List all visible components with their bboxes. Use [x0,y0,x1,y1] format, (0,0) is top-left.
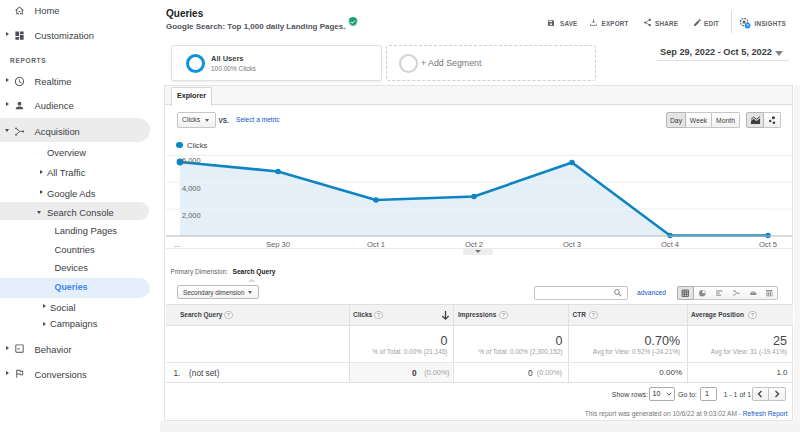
svg-text:6,000: 6,000 [182,156,201,165]
svg-text:4,000: 4,000 [182,184,201,193]
svg-text:2,000: 2,000 [182,211,201,220]
